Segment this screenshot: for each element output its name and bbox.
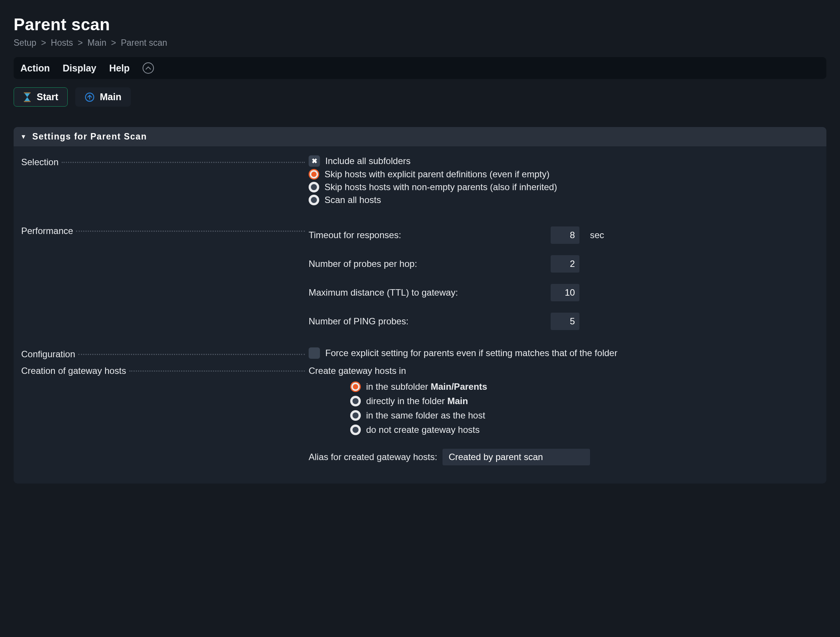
radio-button[interactable] (309, 195, 319, 205)
performance-label: Performance (21, 226, 76, 236)
field-dots (76, 230, 305, 232)
breadcrumb-item[interactable]: Hosts (51, 38, 73, 47)
radio-button[interactable] (350, 410, 361, 421)
breadcrumb-separator: > (78, 38, 83, 47)
breadcrumb-item[interactable]: Parent scan (121, 38, 167, 47)
menu-action[interactable]: Action (21, 63, 50, 74)
hourglass-icon (23, 92, 32, 102)
alias-input[interactable] (442, 449, 590, 465)
breadcrumb: Setup > Hosts > Main > Parent scan (14, 38, 826, 48)
selection-label: Selection (21, 157, 62, 167)
button-row: Start Main (14, 87, 826, 107)
start-button-label: Start (37, 91, 58, 102)
gateway-option-label: directly in the folder Main (366, 396, 468, 407)
create-gateway-in-label: Create gateway hosts in (309, 366, 819, 376)
gateway-option[interactable]: do not create gateway hosts (350, 424, 819, 435)
gateway-label: Creation of gateway hosts (21, 366, 129, 376)
selection-option[interactable]: Skip hosts with explicit parent definiti… (309, 169, 819, 180)
selection-option[interactable]: Scan all hosts (309, 195, 819, 205)
svg-rect-0 (24, 92, 31, 93)
gateway-option-label: do not create gateway hosts (366, 424, 480, 435)
breadcrumb-item[interactable]: Main (87, 38, 106, 47)
field-dots (78, 354, 305, 355)
menu-expand-icon[interactable] (142, 62, 154, 74)
start-button[interactable]: Start (14, 87, 68, 107)
selection-option-label: Skip hosts hosts with non-empty parents … (325, 182, 557, 192)
gateway-option-label: in the subfolder Main/Parents (366, 382, 487, 392)
main-button[interactable]: Main (75, 87, 131, 107)
main-button-label: Main (100, 91, 122, 102)
selection-option-label: Skip hosts with explicit parent definiti… (325, 169, 549, 180)
radio-button[interactable] (350, 382, 361, 392)
force-explicit-label: Force explicit setting for parents even … (325, 348, 617, 358)
include-subfolders-checkbox[interactable] (309, 155, 320, 167)
perf-probes-label: Number of probes per hop: (309, 259, 551, 269)
radio-button[interactable] (350, 424, 361, 435)
breadcrumb-separator: > (41, 38, 46, 47)
svg-rect-1 (24, 101, 31, 102)
perf-ttl-label: Maximum distance (TTL) to gateway: (309, 287, 551, 298)
field-dots (129, 371, 305, 372)
settings-section: ▼ Settings for Parent Scan Selection Inc… (14, 127, 826, 484)
perf-ping-label: Number of PING probes: (309, 316, 551, 326)
menu-help[interactable]: Help (109, 63, 130, 74)
collapse-triangle-icon: ▼ (21, 134, 27, 140)
gateway-option-label: in the same folder as the host (366, 410, 485, 421)
perf-timeout-label: Timeout for responses: (309, 230, 551, 240)
selection-option[interactable]: Skip hosts hosts with non-empty parents … (309, 182, 819, 192)
perf-probes-input[interactable] (551, 255, 579, 273)
gateway-option[interactable]: in the subfolder Main/Parents (350, 382, 819, 392)
radio-button[interactable] (309, 169, 319, 180)
radio-button[interactable] (309, 182, 319, 192)
arrow-up-circle-icon (85, 92, 95, 102)
gateway-option[interactable]: directly in the folder Main (350, 396, 819, 407)
perf-ping-input[interactable] (551, 313, 579, 330)
menubar: Action Display Help (14, 57, 826, 79)
force-explicit-checkbox-row[interactable]: Force explicit setting for parents even … (309, 347, 819, 359)
perf-ttl-input[interactable] (551, 284, 579, 301)
menu-display[interactable]: Display (63, 63, 96, 74)
breadcrumb-item[interactable]: Setup (14, 38, 36, 47)
radio-button[interactable] (350, 396, 361, 407)
include-subfolders-checkbox-row[interactable]: Include all subfolders (309, 155, 819, 167)
gateway-option[interactable]: in the same folder as the host (350, 410, 819, 421)
perf-timeout-input[interactable] (551, 227, 579, 244)
configuration-label: Configuration (21, 349, 78, 359)
include-subfolders-label: Include all subfolders (325, 156, 411, 166)
section-header[interactable]: ▼ Settings for Parent Scan (14, 127, 826, 146)
page-title: Parent scan (14, 15, 826, 34)
perf-timeout-unit: sec (585, 230, 819, 240)
force-explicit-checkbox[interactable] (309, 347, 320, 359)
alias-label: Alias for created gateway hosts: (309, 452, 437, 462)
selection-option-label: Scan all hosts (325, 195, 381, 205)
section-title: Settings for Parent Scan (32, 132, 147, 142)
field-dots (62, 162, 305, 163)
breadcrumb-separator: > (111, 38, 116, 47)
